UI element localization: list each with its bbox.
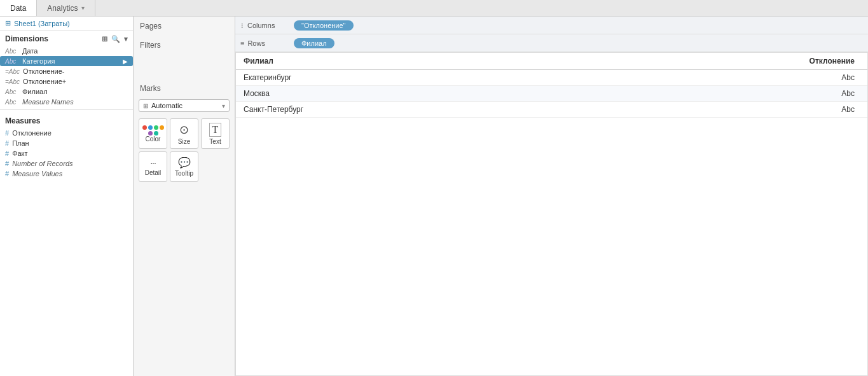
type-label: Abc — [5, 58, 19, 65]
measure-item-otkl[interactable]: # Отклонение — [0, 128, 133, 138]
measure-item-fakt[interactable]: # Факт — [0, 148, 133, 158]
view-content: Филиал Отклонение Екатеринбург Abc Москв… — [236, 53, 867, 118]
data-table: Филиал Отклонение Екатеринбург Abc Москв… — [236, 53, 867, 118]
pages-section-label: Pages — [134, 17, 235, 36]
text-label: Text — [209, 138, 221, 145]
type-label: Abc — [5, 88, 19, 95]
dim-item-otkl-plus[interactable]: =Abc Отклонение+ — [0, 76, 133, 87]
dim-name: Отклонение+ — [23, 78, 128, 85]
columns-pill[interactable]: "Отклонение" — [294, 20, 354, 31]
hash-icon: # — [5, 160, 9, 167]
tooltip-button[interactable]: 💬 Tooltip — [170, 151, 198, 182]
tab-dropdown-icon: ▾ — [81, 4, 85, 11]
main-layout: ⊞ Sheet1 (Затраты) Dimensions ⊞ 🔍 ▾ Abc … — [0, 17, 868, 376]
measures-label: Measures — [5, 116, 40, 125]
marks-buttons-grid: Color ⊙ Size T Text ··· Detail — [134, 116, 235, 185]
tab-analytics-label: Analytics — [47, 4, 78, 13]
text-icon: T — [209, 123, 222, 137]
sheet-icon: ⊞ — [5, 19, 11, 27]
type-label: Abc — [5, 99, 19, 106]
cell-col2: Abc — [573, 102, 867, 118]
measure-name: Факт — [12, 150, 27, 157]
color-label: Color — [146, 136, 161, 143]
table-row: Екатеринбург Abc — [236, 70, 867, 86]
marks-dropdown-arrow-icon: ▾ — [222, 102, 225, 109]
measures-header: Measures — [0, 113, 133, 128]
hash-icon: # — [5, 129, 9, 137]
detail-label: Detail — [145, 169, 162, 176]
columns-label: ⫶ Columns — [240, 22, 291, 29]
dimensions-header-icons: ⊞ 🔍 ▾ — [102, 35, 128, 43]
dim-item-otkl-minus[interactable]: =Abc Отклонение- — [0, 66, 133, 76]
dimensions-header: Dimensions ⊞ 🔍 ▾ — [0, 31, 133, 46]
color-dots-icon — [142, 125, 164, 136]
marks-type-dropdown[interactable]: ⊞ Automatic ▾ — [139, 99, 230, 112]
filters-label: Filters — [134, 36, 235, 52]
rows-pill[interactable]: Филиал — [294, 38, 334, 48]
view-area: Филиал Отклонение Екатеринбург Abc Москв… — [235, 52, 868, 376]
dim-name: Measure Names — [22, 98, 128, 106]
dim-item-filial[interactable]: Abc Филиал — [0, 87, 133, 97]
measure-name: Number of Records — [12, 160, 72, 167]
detail-button[interactable]: ··· Detail — [139, 151, 167, 182]
dim-name: Категория — [22, 57, 120, 65]
table-row: Москва Abc — [236, 86, 867, 102]
color-button[interactable]: Color — [139, 118, 167, 149]
hash-icon: # — [5, 139, 9, 147]
dim-item-kategoria[interactable]: Abc Категория ▶ — [0, 56, 133, 66]
type-label: =Abc — [5, 68, 20, 75]
pages-label: Pages — [140, 22, 162, 31]
dim-name: Отклонение- — [23, 67, 128, 75]
cell-col1: Москва — [236, 86, 573, 102]
size-button[interactable]: ⊙ Size — [170, 118, 198, 149]
sheet-row[interactable]: ⊞ Sheet1 (Затраты) — [0, 17, 133, 31]
measure-name: Отклонение — [12, 129, 52, 137]
tab-data-label: Data — [10, 4, 26, 13]
measure-item-measure-values[interactable]: # Measure Values — [0, 169, 133, 179]
tab-analytics[interactable]: Analytics ▾ — [37, 0, 95, 16]
right-area: ⫶ Columns "Отклонение" ≡ Rows Филиал Фил… — [235, 17, 868, 376]
panel-divider — [0, 109, 133, 110]
measure-name: Measure Values — [12, 170, 62, 178]
filters-area: Filters — [134, 36, 235, 74]
top-tabs-bar: Data Analytics ▾ — [0, 0, 868, 17]
cell-col2: Abc — [573, 86, 867, 102]
marks-label: Marks — [134, 79, 235, 95]
marks-type-text: Automatic — [151, 102, 222, 109]
dim-name: Филиал — [22, 88, 128, 95]
measure-item-num-records[interactable]: # Number of Records — [0, 158, 133, 169]
rows-shelf-icon: ≡ — [240, 39, 244, 47]
dim-item-measure-names[interactable]: Abc Measure Names — [0, 97, 133, 107]
grid-icon[interactable]: ⊞ — [102, 35, 107, 43]
dimensions-label: Dimensions — [5, 34, 48, 43]
col2-header: Отклонение — [573, 53, 867, 70]
measure-name: План — [12, 139, 29, 147]
marks-type-icon: ⊞ — [143, 102, 148, 109]
size-icon: ⊙ — [179, 123, 189, 137]
rows-text: Rows — [247, 39, 265, 47]
col1-header: Филиал — [236, 53, 573, 70]
tab-data[interactable]: Data — [0, 0, 37, 16]
dim-item-data[interactable]: Abc Дата — [0, 46, 133, 56]
hash-icon: # — [5, 150, 9, 157]
columns-text: Columns — [247, 22, 275, 29]
type-label: =Abc — [5, 78, 20, 85]
table-row: Санкт-Петербург Abc — [236, 102, 867, 118]
cell-col2: Abc — [573, 70, 867, 86]
dimensions-list: Abc Дата Abc Категория ▶ =Abc Отклонение… — [0, 46, 133, 107]
cell-col1: Санкт-Петербург — [236, 102, 573, 118]
rows-label: ≡ Rows — [240, 39, 291, 47]
cell-col1: Екатеринбург — [236, 70, 573, 86]
selected-arrow-icon: ▶ — [123, 58, 128, 65]
text-button[interactable]: T Text — [201, 118, 230, 149]
left-panel: ⊞ Sheet1 (Затраты) Dimensions ⊞ 🔍 ▾ Abc … — [0, 17, 134, 376]
sheet-name: Sheet1 (Затраты) — [14, 20, 70, 27]
marks-section: Marks ⊞ Automatic ▾ — [134, 79, 235, 185]
rows-shelf: ≡ Rows Филиал — [235, 34, 868, 52]
chevron-down-icon[interactable]: ▾ — [124, 35, 128, 43]
dim-name: Дата — [22, 47, 128, 55]
columns-shelf-icon: ⫶ — [240, 22, 244, 29]
measure-item-plan[interactable]: # План — [0, 138, 133, 148]
table-header-row: Филиал Отклонение — [236, 53, 867, 70]
search-icon[interactable]: 🔍 — [111, 35, 120, 43]
